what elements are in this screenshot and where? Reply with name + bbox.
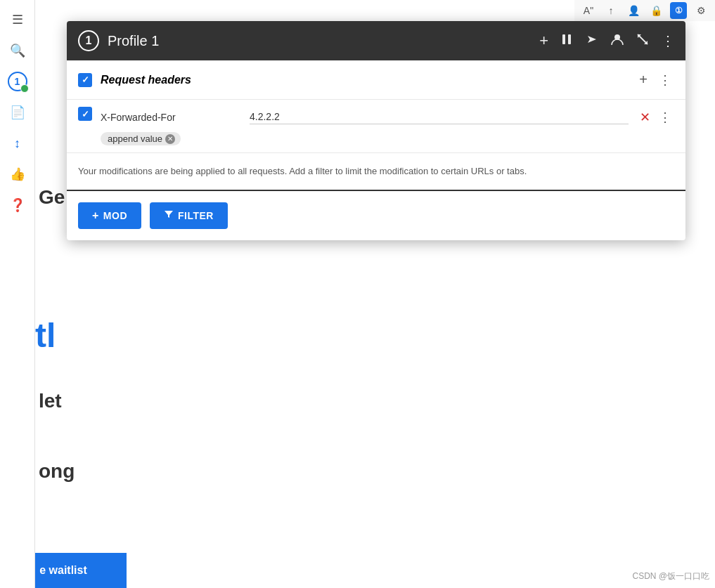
sidebar-thumbsup-button[interactable]: 👍 <box>5 162 30 187</box>
bg-text-ge: Ge <box>39 186 65 209</box>
search-icon: 🔍 <box>10 43 25 58</box>
rule-row: X-Forwarded-For 4.2.2.2 ✕ ⋮ append value… <box>67 100 685 153</box>
popup-title: Profile 1 <box>108 33 531 49</box>
rule-action-buttons: ✕ ⋮ <box>637 107 674 128</box>
svg-rect-1 <box>568 34 571 44</box>
filter-icon <box>164 209 174 221</box>
section-actions: + ⋮ <box>636 69 674 91</box>
profile-badge-icon[interactable]: ① <box>670 2 687 19</box>
mod-label: MOD <box>103 210 127 221</box>
buttons-section: + MOD FILTER <box>67 191 685 240</box>
sidebar-menu-button[interactable]: ☰ <box>5 7 30 32</box>
upload-icon[interactable]: ↑ <box>603 2 619 19</box>
thumbsup-icon: 👍 <box>10 166 25 182</box>
svg-marker-2 <box>588 36 596 43</box>
translate-icon[interactable]: A" <box>580 2 597 19</box>
sidebar-search-button[interactable]: 🔍 <box>5 38 30 63</box>
sidebar-profile-button[interactable]: 1 <box>5 69 30 94</box>
section-title: Request headers <box>101 74 628 86</box>
bg-text-ong: ong <box>39 460 75 483</box>
popup-body: Request headers + ⋮ X-Forwarded-For 4.2.… <box>67 60 685 240</box>
add-rule-button[interactable]: + <box>539 32 548 50</box>
sidebar-document-button[interactable]: 📄 <box>5 100 30 125</box>
profile-number-badge: 1 <box>78 30 99 51</box>
document-icon: 📄 <box>10 105 25 120</box>
sort-icon: ↕ <box>14 136 20 151</box>
help-icon: ❓ <box>10 197 25 213</box>
settings-icon[interactable]: ⚙ <box>693 2 709 19</box>
pause-button[interactable] <box>560 32 574 50</box>
header-icon-group: + <box>539 32 674 50</box>
menu-icon: ☰ <box>12 12 23 27</box>
popup-header: 1 Profile 1 + <box>67 21 685 60</box>
sidebar-help-button[interactable]: ❓ <box>5 192 30 218</box>
more-options-button[interactable]: ⋮ <box>661 32 674 49</box>
remove-tag-button[interactable]: ✕ <box>165 134 175 144</box>
section-checkbox[interactable] <box>78 73 92 87</box>
mod-button[interactable]: + MOD <box>78 202 141 229</box>
append-value-tag[interactable]: append value ✕ <box>101 132 181 145</box>
tag-label: append value <box>108 133 162 144</box>
rule-header-value[interactable]: 4.2.2.2 <box>250 111 629 124</box>
share-button[interactable] <box>585 32 599 50</box>
csdn-watermark: CSDN @饭一口口吃 <box>632 570 709 582</box>
rule-header-name: X-Forwarded-For <box>101 112 241 123</box>
rule-more-button[interactable]: ⋮ <box>656 107 674 128</box>
account-button[interactable] <box>610 32 624 50</box>
delete-rule-button[interactable]: ✕ <box>637 107 653 128</box>
bg-text-let: let <box>39 390 62 412</box>
sidebar: ☰ 🔍 1 📄 ↕ 👍 ❓ <box>0 0 35 588</box>
active-badge <box>20 84 29 93</box>
expand-button[interactable] <box>636 32 650 50</box>
add-header-button[interactable]: + <box>636 69 650 91</box>
filter-button[interactable]: FILTER <box>150 202 228 229</box>
rule-content: X-Forwarded-For 4.2.2.2 ✕ ⋮ append value… <box>101 107 674 145</box>
info-text: Your modifications are being applied to … <box>78 164 674 178</box>
profile-popup: 1 Profile 1 + <box>67 21 685 240</box>
lock-icon[interactable]: 🔒 <box>648 2 664 19</box>
avatar-icon[interactable]: 👤 <box>625 2 642 19</box>
sidebar-sort-button[interactable]: ↕ <box>5 131 30 156</box>
svg-line-4 <box>638 34 648 44</box>
filter-label: FILTER <box>178 210 214 221</box>
rule-main-row: X-Forwarded-For 4.2.2.2 ✕ ⋮ <box>101 107 674 128</box>
info-section: Your modifications are being applied to … <box>67 153 685 191</box>
request-headers-section: Request headers + ⋮ <box>67 60 685 100</box>
section-more-button[interactable]: ⋮ <box>656 70 674 91</box>
rule-checkbox[interactable] <box>78 107 92 121</box>
bg-text-tl: tl <box>35 316 56 355</box>
browser-toolbar: A" ↑ 👤 🔒 ① ⚙ <box>574 0 715 21</box>
mod-plus-icon: + <box>92 209 99 222</box>
rule-tags-row: append value ✕ <box>101 132 674 145</box>
waitlist-label: e waitlist <box>39 564 87 577</box>
svg-rect-0 <box>562 34 565 44</box>
